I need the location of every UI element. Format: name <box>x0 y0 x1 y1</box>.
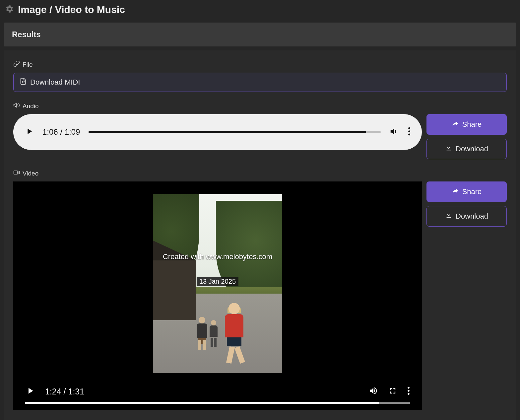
video-player[interactable]: Created with www.melobytes.com 13 Jan 20… <box>13 181 422 410</box>
volume-icon[interactable] <box>369 386 378 397</box>
results-title: Results <box>12 30 508 39</box>
file-section-label: File <box>13 60 507 69</box>
video-overlay-date: 13 Jan 2025 <box>197 277 238 286</box>
more-icon[interactable] <box>407 386 410 397</box>
camera-icon <box>13 169 20 177</box>
download-midi-label: Download MIDI <box>30 78 80 87</box>
svg-point-2 <box>408 130 410 132</box>
page-title: Image / Video to Music <box>18 4 125 15</box>
play-icon[interactable] <box>25 127 34 137</box>
link-icon <box>13 60 20 69</box>
svg-point-8 <box>408 393 410 395</box>
results-bar: Results <box>4 23 516 46</box>
video-time: 1:24 / 1:31 <box>45 387 84 396</box>
share-icon <box>452 120 459 129</box>
video-progress[interactable] <box>25 402 410 404</box>
video-section-label: Video <box>13 169 507 177</box>
video-frame: Created with www.melobytes.com 13 Jan 20… <box>13 181 422 386</box>
svg-point-6 <box>408 387 410 389</box>
svg-point-1 <box>408 127 410 129</box>
svg-rect-4 <box>14 171 18 174</box>
video-overlay-watermark: Created with www.melobytes.com <box>161 252 274 262</box>
svg-marker-0 <box>14 103 17 107</box>
video-download-button[interactable]: Download <box>426 206 507 227</box>
file-code-icon <box>20 78 27 87</box>
svg-point-3 <box>408 134 410 136</box>
audio-player[interactable]: 1:06 / 1:09 <box>13 114 422 150</box>
audio-time: 1:06 / 1:09 <box>42 127 80 137</box>
speaker-icon <box>13 102 20 110</box>
more-icon[interactable] <box>408 127 411 137</box>
video-label: Video <box>23 170 38 177</box>
video-controls: 1:24 / 1:31 <box>13 386 422 402</box>
audio-section-label: Audio <box>13 102 507 110</box>
volume-icon[interactable] <box>389 126 399 138</box>
download-icon <box>445 212 452 221</box>
download-icon <box>445 144 452 154</box>
svg-point-7 <box>408 390 410 392</box>
fullscreen-icon[interactable] <box>388 386 397 397</box>
file-label: File <box>23 61 33 68</box>
page-header: Image / Video to Music <box>0 0 520 19</box>
download-midi-button[interactable]: Download MIDI <box>13 73 507 92</box>
audio-progress[interactable] <box>89 131 381 133</box>
play-icon[interactable] <box>25 386 35 397</box>
video-share-button[interactable]: Share <box>426 181 507 202</box>
share-icon <box>452 187 459 196</box>
audio-share-button[interactable]: Share <box>426 114 507 135</box>
content-area: File Download MIDI Audio 1:06 / 1:09 <box>4 50 516 420</box>
gear-icon[interactable] <box>5 5 14 15</box>
audio-label: Audio <box>23 103 39 110</box>
audio-download-button[interactable]: Download <box>426 139 507 159</box>
